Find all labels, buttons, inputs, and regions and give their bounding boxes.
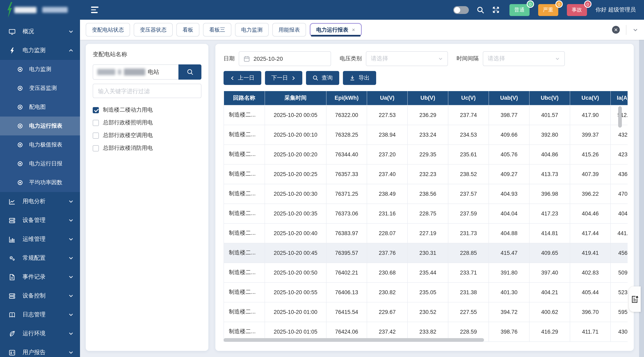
sidebar-item[interactable]: 常规配置 <box>0 249 80 267</box>
radio-dot-icon <box>17 67 23 72</box>
alarm-badge-count: 0 <box>584 0 591 8</box>
close-all-tabs-icon[interactable]: ✕ <box>612 26 620 34</box>
table-row[interactable]: 制造楼二... 2025-10-20 00:10 76328.25 238.94… <box>224 125 628 144</box>
interval-select[interactable]: 请选择 <box>483 51 565 66</box>
tab[interactable]: 用能报表 <box>272 23 306 37</box>
cell-uc: 231.38 <box>448 282 489 302</box>
sidebar-item[interactable]: 用户报告 <box>0 343 80 357</box>
sidebar-subitem-label: 变压器监测 <box>29 85 57 92</box>
table-row[interactable]: 制造楼二... 2025-10-20 00:40 76383.97 228.07… <box>224 223 628 243</box>
cell-collect-time: 2025-10-20 00:35 <box>265 204 326 223</box>
sidebar-item-icon <box>8 349 16 356</box>
sidebar-subitem[interactable]: 电力极值报表 <box>0 135 80 154</box>
cell-ubc: 409.65 <box>529 243 570 263</box>
cell-uca: 396.22 <box>570 184 610 204</box>
next-day-button[interactable]: 下一日 <box>265 71 302 85</box>
prev-day-label: 上一日 <box>238 74 254 82</box>
sidebar-collapse-button[interactable] <box>91 7 98 13</box>
sidebar-item-icon <box>8 273 16 280</box>
sidebar-item-label: 运维管理 <box>22 235 68 243</box>
checkbox-icon[interactable] <box>93 120 99 126</box>
station-checkbox-row[interactable]: 总部行政楼空调用电 <box>93 132 202 139</box>
tab[interactable]: 看板 <box>176 23 199 37</box>
sidebar-item[interactable]: 概况 <box>0 22 80 41</box>
table-row[interactable]: 制造楼二... 2025-10-20 00:20 76344.40 237.20… <box>224 144 628 164</box>
checkbox-icon[interactable] <box>93 145 99 151</box>
global-search-icon[interactable] <box>476 6 484 14</box>
cell-ua: 237.76 <box>367 243 408 263</box>
keyword-filter-input[interactable] <box>93 84 202 98</box>
tab[interactable]: 电力运行报表 × <box>310 23 362 37</box>
tab[interactable]: 电力监测 <box>235 23 269 37</box>
sidebar-subitem[interactable]: 平均功率因数 <box>0 173 80 192</box>
station-checkbox-row[interactable]: 总部行政楼消防用电 <box>93 144 202 152</box>
sidebar-subitem[interactable]: 电力运行日报 <box>0 154 80 173</box>
table-row[interactable]: 制造楼二... 2025-10-20 00:45 76395.57 237.76… <box>224 243 628 263</box>
station-checkbox-row[interactable]: 总部行政楼照明用电 <box>93 119 202 126</box>
station-label: 总部行政楼消防用电 <box>103 144 153 152</box>
tab-label: 看板 <box>182 26 193 34</box>
prev-day-button[interactable]: 上一日 <box>224 71 261 85</box>
sidebar-subitem[interactable]: 变压器监测 <box>0 79 80 98</box>
query-button[interactable]: 查询 <box>306 71 339 85</box>
alarm-badge[interactable]: 严重 0 <box>538 4 558 16</box>
tab[interactable]: 看板三 <box>203 23 231 37</box>
table-row[interactable]: 制造楼二... 2025-10-20 00:50 76402.21 230.68… <box>224 263 628 282</box>
sidebar-item-label: 概况 <box>22 28 68 35</box>
table-horizontal-scrollbar[interactable] <box>224 338 484 342</box>
sidebar-item[interactable]: 设备控制 <box>0 286 80 305</box>
cell-uab: 401.30 <box>489 282 529 302</box>
sidebar-subitem[interactable]: 电力监测 <box>0 60 80 79</box>
table-row[interactable]: 制造楼二... 2025-10-20 00:25 76357.33 237.40… <box>224 164 628 184</box>
tab-label: 变压器状态 <box>140 26 166 34</box>
cell-ia: 523 <box>610 282 628 302</box>
station-name-input[interactable]: 电站 <box>93 65 178 80</box>
table-vertical-scrollbar[interactable] <box>618 106 622 128</box>
sidebar-item[interactable]: 运行环境 <box>0 324 80 343</box>
sidebar-item[interactable]: 设备管理 <box>0 211 80 230</box>
sidebar-item-label: 日志管理 <box>22 311 68 318</box>
cell-uca: 407.39 <box>570 164 610 184</box>
action-buttons: 上一日 下一日 查询 <box>224 71 626 85</box>
tab-label: 变配电站状态 <box>92 26 124 34</box>
table-row[interactable]: 制造楼二... 2025-10-20 01:00 76415.54 229.67… <box>224 302 628 322</box>
cell-ubc: 413.73 <box>529 164 570 184</box>
table-row[interactable]: 制造楼二... 2025-10-20 00:05 76322.00 227.53… <box>224 105 628 125</box>
sidebar-subitem[interactable]: 配电图 <box>0 98 80 117</box>
table-row[interactable]: 制造楼二... 2025-10-20 00:30 76371.25 238.49… <box>224 184 628 204</box>
sidebar-subitem[interactable]: 电力运行报表 <box>0 117 80 135</box>
fullscreen-icon[interactable] <box>492 6 500 14</box>
checkbox-icon[interactable] <box>93 107 99 113</box>
sidebar-item[interactable]: 运维管理 <box>0 230 80 249</box>
tab[interactable]: 变压器状态 <box>134 23 173 37</box>
cell-ua: 228.07 <box>367 223 408 243</box>
station-search-button[interactable] <box>178 65 202 80</box>
cell-collect-time: 2025-10-20 01:00 <box>265 302 326 322</box>
voltage-type-select[interactable]: 请选择 <box>366 51 448 66</box>
chevron-down-icon <box>68 237 74 242</box>
table-row[interactable]: 制造楼二... 2025-10-20 00:55 76406.13 230.82… <box>224 282 628 302</box>
sidebar-item[interactable]: 事件记录 <box>0 267 80 286</box>
tab-close-icon[interactable]: × <box>352 27 355 33</box>
alarm-badge[interactable]: 普通 0 <box>509 4 529 16</box>
tab-menu-chevron-icon[interactable] <box>632 27 638 33</box>
checkbox-icon[interactable] <box>93 132 99 139</box>
sidebar-item[interactable]: 日志管理 <box>0 305 80 324</box>
theme-toggle-switch[interactable] <box>453 6 469 14</box>
cell-ua: 230.68 <box>367 263 408 282</box>
sidebar-item[interactable]: 用电分析 <box>0 192 80 211</box>
alarm-badge[interactable]: 事故 0 <box>567 4 587 16</box>
sidebar-item-icon <box>8 255 16 262</box>
cell-uca: 404.46 <box>570 204 610 223</box>
alarm-log-float-button[interactable] <box>629 286 641 312</box>
cell-ia: 423 <box>610 144 628 164</box>
export-button[interactable]: 导出 <box>343 71 376 85</box>
table-header-cell: Ua(V) <box>367 91 408 105</box>
sidebar-item[interactable]: 电力监测 <box>0 41 80 60</box>
station-checkbox-row[interactable]: 制造楼二楼动力用电 <box>93 106 202 114</box>
table-row[interactable]: 制造楼二... 2025-10-20 00:35 76373.06 231.16… <box>224 204 628 223</box>
station-name-suffix: 电站 <box>148 68 159 76</box>
tab[interactable]: 变配电站状态 <box>86 23 130 37</box>
radio-dot-icon <box>17 161 23 167</box>
date-picker[interactable]: 2025-10-20 <box>239 51 331 66</box>
